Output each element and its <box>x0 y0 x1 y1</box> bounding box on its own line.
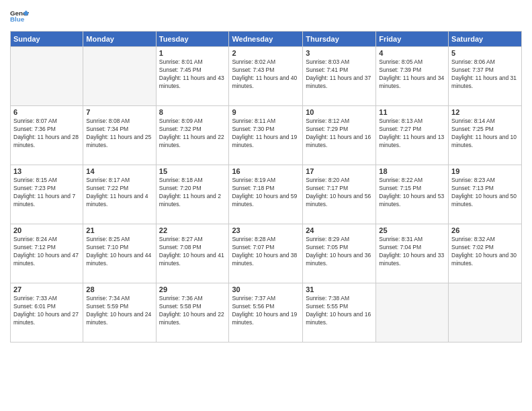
calendar-day-header: Monday <box>83 32 156 47</box>
calendar-cell: 26Sunrise: 8:32 AM Sunset: 7:02 PM Dayli… <box>449 224 522 283</box>
day-info: Sunrise: 8:09 AM Sunset: 7:32 PM Dayligh… <box>159 118 226 150</box>
day-number: 9 <box>232 108 300 116</box>
day-number: 19 <box>451 167 519 175</box>
day-number: 24 <box>306 226 373 234</box>
day-info: Sunrise: 8:03 AM Sunset: 7:41 PM Dayligh… <box>306 58 373 91</box>
calendar-day-header: Friday <box>376 32 449 47</box>
day-number: 13 <box>13 167 80 175</box>
day-number: 16 <box>232 167 300 175</box>
calendar-cell: 22Sunrise: 8:27 AM Sunset: 7:08 PM Dayli… <box>156 224 229 283</box>
calendar-cell: 14Sunrise: 8:17 AM Sunset: 7:22 PM Dayli… <box>83 165 156 224</box>
day-info: Sunrise: 8:08 AM Sunset: 7:34 PM Dayligh… <box>86 118 152 150</box>
day-info: Sunrise: 8:02 AM Sunset: 7:43 PM Dayligh… <box>232 58 300 91</box>
svg-text:Blue: Blue <box>10 15 25 23</box>
logo: General Blue <box>10 7 33 26</box>
calendar-cell: 23Sunrise: 8:28 AM Sunset: 7:07 PM Dayli… <box>229 224 303 283</box>
day-info: Sunrise: 7:38 AM Sunset: 5:55 PM Dayligh… <box>306 295 373 327</box>
day-info: Sunrise: 8:27 AM Sunset: 7:08 PM Dayligh… <box>159 236 226 268</box>
calendar-cell: 24Sunrise: 8:29 AM Sunset: 7:05 PM Dayli… <box>303 224 376 283</box>
calendar-cell: 19Sunrise: 8:23 AM Sunset: 7:13 PM Dayli… <box>449 165 522 224</box>
day-number: 26 <box>451 226 519 234</box>
calendar-cell: 6Sunrise: 8:07 AM Sunset: 7:36 PM Daylig… <box>11 106 83 165</box>
day-info: Sunrise: 8:20 AM Sunset: 7:17 PM Dayligh… <box>306 177 373 209</box>
day-number: 31 <box>306 285 373 293</box>
calendar-cell: 15Sunrise: 8:18 AM Sunset: 7:20 PM Dayli… <box>156 165 229 224</box>
day-info: Sunrise: 8:11 AM Sunset: 7:30 PM Dayligh… <box>232 118 300 150</box>
calendar-week-row: 6Sunrise: 8:07 AM Sunset: 7:36 PM Daylig… <box>11 106 522 165</box>
calendar-cell: 5Sunrise: 8:06 AM Sunset: 7:37 PM Daylig… <box>449 47 522 106</box>
day-number: 8 <box>159 108 226 116</box>
day-number: 1 <box>159 49 226 57</box>
day-info: Sunrise: 8:19 AM Sunset: 7:18 PM Dayligh… <box>232 177 300 209</box>
day-info: Sunrise: 8:28 AM Sunset: 7:07 PM Dayligh… <box>232 236 300 268</box>
day-info: Sunrise: 8:18 AM Sunset: 7:20 PM Dayligh… <box>159 177 226 209</box>
calendar-cell: 4Sunrise: 8:05 AM Sunset: 7:39 PM Daylig… <box>376 47 449 106</box>
calendar-cell: 12Sunrise: 8:14 AM Sunset: 7:25 PM Dayli… <box>449 106 522 165</box>
calendar-cell: 28Sunrise: 7:34 AM Sunset: 5:59 PM Dayli… <box>83 283 156 342</box>
calendar-cell: 7Sunrise: 8:08 AM Sunset: 7:34 PM Daylig… <box>83 106 156 165</box>
day-number: 22 <box>159 226 226 234</box>
day-info: Sunrise: 8:12 AM Sunset: 7:29 PM Dayligh… <box>306 118 373 150</box>
day-info: Sunrise: 8:13 AM Sunset: 7:27 PM Dayligh… <box>379 118 445 150</box>
calendar-cell: 20Sunrise: 8:24 AM Sunset: 7:12 PM Dayli… <box>11 224 83 283</box>
day-number: 25 <box>379 226 445 234</box>
day-number: 27 <box>13 285 80 293</box>
calendar-day-header: Thursday <box>303 32 376 47</box>
calendar-cell: 25Sunrise: 8:31 AM Sunset: 7:04 PM Dayli… <box>376 224 449 283</box>
calendar-cell: 27Sunrise: 7:33 AM Sunset: 6:01 PM Dayli… <box>11 283 83 342</box>
calendar-cell: 13Sunrise: 8:15 AM Sunset: 7:23 PM Dayli… <box>11 165 83 224</box>
day-info: Sunrise: 8:32 AM Sunset: 7:02 PM Dayligh… <box>451 236 519 268</box>
calendar-cell: 21Sunrise: 8:25 AM Sunset: 7:10 PM Dayli… <box>83 224 156 283</box>
day-info: Sunrise: 8:23 AM Sunset: 7:13 PM Dayligh… <box>451 177 519 209</box>
day-number: 2 <box>232 49 300 57</box>
calendar-cell: 8Sunrise: 8:09 AM Sunset: 7:32 PM Daylig… <box>156 106 229 165</box>
day-info: Sunrise: 8:22 AM Sunset: 7:15 PM Dayligh… <box>379 177 445 209</box>
day-info: Sunrise: 8:14 AM Sunset: 7:25 PM Dayligh… <box>451 118 519 150</box>
calendar-week-row: 1Sunrise: 8:01 AM Sunset: 7:45 PM Daylig… <box>11 47 522 106</box>
day-info: Sunrise: 8:06 AM Sunset: 7:37 PM Dayligh… <box>451 58 519 91</box>
calendar-day-header: Tuesday <box>156 32 229 47</box>
day-info: Sunrise: 8:05 AM Sunset: 7:39 PM Dayligh… <box>379 58 445 91</box>
calendar-cell: 16Sunrise: 8:19 AM Sunset: 7:18 PM Dayli… <box>229 165 303 224</box>
calendar-cell: 3Sunrise: 8:03 AM Sunset: 7:41 PM Daylig… <box>303 47 376 106</box>
day-info: Sunrise: 7:33 AM Sunset: 6:01 PM Dayligh… <box>13 295 80 327</box>
day-info: Sunrise: 7:37 AM Sunset: 5:56 PM Dayligh… <box>232 295 300 327</box>
calendar-cell: 1Sunrise: 8:01 AM Sunset: 7:45 PM Daylig… <box>156 47 229 106</box>
calendar-cell: 11Sunrise: 8:13 AM Sunset: 7:27 PM Dayli… <box>376 106 449 165</box>
day-info: Sunrise: 7:36 AM Sunset: 5:58 PM Dayligh… <box>159 295 226 327</box>
day-number: 17 <box>306 167 373 175</box>
day-number: 10 <box>306 108 373 116</box>
calendar-day-header: Wednesday <box>229 32 303 47</box>
day-info: Sunrise: 8:25 AM Sunset: 7:10 PM Dayligh… <box>86 236 152 268</box>
calendar-cell <box>83 47 156 106</box>
calendar-cell <box>376 283 449 342</box>
calendar-cell <box>449 283 522 342</box>
calendar-cell: 30Sunrise: 7:37 AM Sunset: 5:56 PM Dayli… <box>229 283 303 342</box>
calendar-cell: 9Sunrise: 8:11 AM Sunset: 7:30 PM Daylig… <box>229 106 303 165</box>
day-number: 18 <box>379 167 445 175</box>
day-number: 3 <box>306 49 373 57</box>
calendar-cell: 2Sunrise: 8:02 AM Sunset: 7:43 PM Daylig… <box>229 47 303 106</box>
day-info: Sunrise: 8:24 AM Sunset: 7:12 PM Dayligh… <box>13 236 80 268</box>
page-header: General Blue <box>10 7 522 26</box>
calendar-cell: 17Sunrise: 8:20 AM Sunset: 7:17 PM Dayli… <box>303 165 376 224</box>
day-number: 23 <box>232 226 300 234</box>
day-number: 20 <box>13 226 80 234</box>
day-info: Sunrise: 8:31 AM Sunset: 7:04 PM Dayligh… <box>379 236 445 268</box>
day-info: Sunrise: 8:07 AM Sunset: 7:36 PM Dayligh… <box>13 118 80 150</box>
day-info: Sunrise: 8:17 AM Sunset: 7:22 PM Dayligh… <box>86 177 152 209</box>
calendar-week-row: 20Sunrise: 8:24 AM Sunset: 7:12 PM Dayli… <box>11 224 522 283</box>
calendar: SundayMondayTuesdayWednesdayThursdayFrid… <box>10 31 522 342</box>
calendar-cell <box>11 47 83 106</box>
day-number: 7 <box>86 108 152 116</box>
day-info: Sunrise: 8:29 AM Sunset: 7:05 PM Dayligh… <box>306 236 373 268</box>
day-number: 29 <box>159 285 226 293</box>
day-number: 4 <box>379 49 445 57</box>
day-number: 5 <box>451 49 519 57</box>
day-number: 30 <box>232 285 300 293</box>
calendar-cell: 18Sunrise: 8:22 AM Sunset: 7:15 PM Dayli… <box>376 165 449 224</box>
calendar-cell: 10Sunrise: 8:12 AM Sunset: 7:29 PM Dayli… <box>303 106 376 165</box>
day-number: 12 <box>451 108 519 116</box>
calendar-header-row: SundayMondayTuesdayWednesdayThursdayFrid… <box>11 32 522 47</box>
calendar-day-header: Sunday <box>11 32 83 47</box>
